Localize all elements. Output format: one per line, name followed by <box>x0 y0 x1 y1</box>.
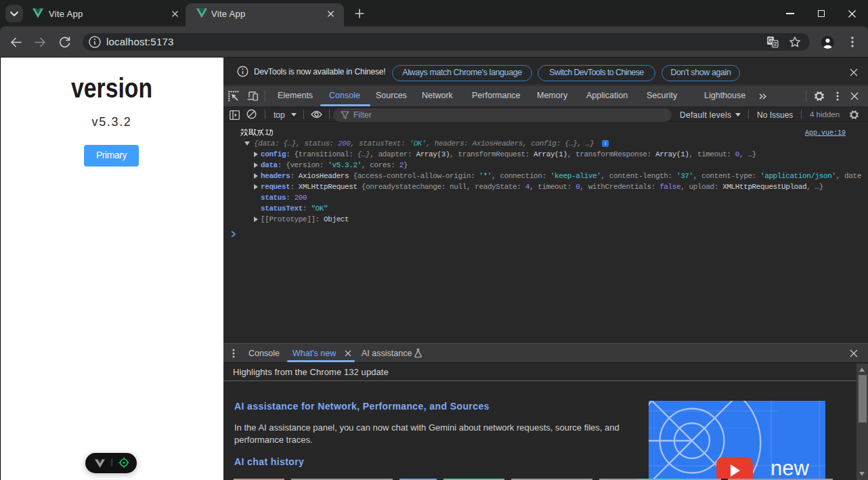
svg-text:new: new <box>771 456 809 479</box>
